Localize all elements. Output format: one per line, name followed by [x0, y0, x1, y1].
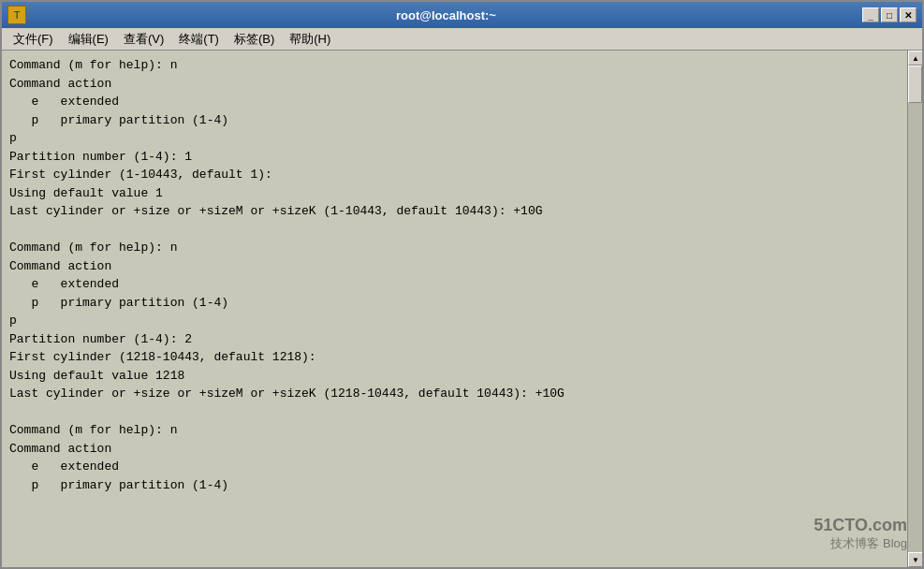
scrollbar-down-button[interactable]: ▼	[908, 552, 922, 567]
menu-view[interactable]: 查看(V)	[116, 29, 171, 50]
menu-file[interactable]: 文件(F)	[6, 29, 61, 50]
close-button[interactable]: ✕	[900, 7, 917, 22]
scrollbar-thumb[interactable]	[908, 66, 922, 103]
title-bar: T root@localhost:~ _ □ ✕	[2, 2, 922, 28]
scrollbar-track[interactable]	[908, 66, 922, 552]
minimize-button[interactable]: _	[862, 7, 879, 22]
maximize-button[interactable]: □	[881, 7, 898, 22]
terminal-area: Command (m for help): n Command action e…	[2, 51, 922, 567]
window-title: root@localhost:~	[30, 8, 862, 22]
menu-tabs[interactable]: 标签(B)	[227, 29, 282, 50]
window-controls: _ □ ✕	[862, 7, 917, 22]
window-icon: T	[7, 6, 26, 24]
menu-edit[interactable]: 编辑(E)	[61, 29, 116, 50]
terminal-output[interactable]: Command (m for help): n Command action e…	[2, 51, 907, 567]
menu-bar: 文件(F) 编辑(E) 查看(V) 终端(T) 标签(B) 帮助(H)	[2, 28, 922, 51]
scrollbar-up-button[interactable]: ▲	[908, 51, 922, 66]
terminal-window: T root@localhost:~ _ □ ✕ 文件(F) 编辑(E) 查看(…	[0, 0, 924, 569]
menu-terminal[interactable]: 终端(T)	[171, 29, 227, 50]
terminal-text: Command (m for help): n Command action e…	[9, 56, 900, 494]
scrollbar[interactable]: ▲ ▼	[907, 51, 922, 567]
menu-help[interactable]: 帮助(H)	[282, 29, 338, 50]
